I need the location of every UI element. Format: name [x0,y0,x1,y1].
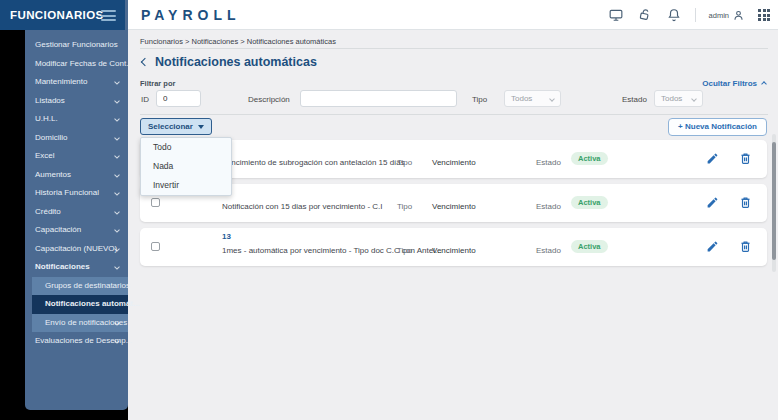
chevron-down-icon [691,96,697,102]
sidebar-item-listados[interactable]: Listados [25,92,128,111]
chevron-down-icon [549,96,555,102]
menu-item-nada[interactable]: Nada [141,157,231,176]
filter-section-label: Filtrar por [140,79,175,88]
chevron-down-icon [114,227,120,233]
estado-filter-select[interactable]: Todos [654,90,703,107]
edit-icon[interactable] [706,152,719,165]
status-badge: Activa [571,152,608,165]
user-icon [732,9,745,22]
chevron-down-icon [114,135,120,141]
row-estado-label: Estado [536,202,561,211]
notification-row: 14 Notificación con 15 dias por vencimie… [140,184,767,222]
chevron-down-icon [114,79,120,85]
row-tipo-value: Vencimiento [432,202,476,211]
id-filter-label: ID [141,95,149,104]
sidebar-item-capacitacion-nuevo[interactable]: Capacitación (NUEVO) [25,240,128,259]
chevron-down-icon [114,172,120,178]
row-estado-label: Estado [536,246,561,255]
row-checkbox[interactable] [151,198,160,207]
sidebar-item-grupos-destinatarios[interactable]: Grupos de destinatarios [32,277,128,296]
sidebar-header: FUNCIONARIOS [0,0,125,30]
delete-icon[interactable] [739,152,752,165]
menu-item-invertir[interactable]: Invertir [141,176,231,195]
sidebar-item-envio-notificaciones[interactable]: Envío de notificaciones [32,314,128,333]
sidebar-item-gestionar-funcionarios[interactable]: Gestionar Funcionarios [25,36,128,55]
sidebar-item-modificar-fechas[interactable]: Modificar Fechas de Cont... [25,55,128,74]
new-notification-button[interactable]: + Nueva Notificación [668,118,767,136]
chevron-down-icon [114,153,120,159]
estado-filter-label: Estado [622,95,647,104]
sidebar-item-notificaciones[interactable]: Notificaciones [25,258,128,277]
id-filter-input[interactable] [156,90,201,107]
breadcrumb[interactable]: Funcionarios > Notificaciones > Notifica… [140,37,336,46]
delete-icon[interactable] [739,196,752,209]
chevron-down-icon [114,98,120,104]
unlock-icon[interactable] [637,7,653,23]
row-tipo-value: Vencimiento [432,246,476,255]
sidebar-item-capacitacion[interactable]: Capacitación [25,221,128,240]
breadcrumb-divider [140,48,768,49]
scrollbar-thumb[interactable] [772,142,776,260]
row-tipo-value: Vencimiento [432,158,476,167]
chevron-down-icon [114,116,120,122]
chevron-up-icon [761,81,767,87]
top-bar: PAYROLL admin [128,0,778,30]
monitor-icon[interactable] [608,7,624,23]
row-id: 13 [222,232,231,241]
apps-grid-icon[interactable] [758,9,770,21]
filter-divider [140,114,768,115]
sidebar-item-uhl[interactable]: U.H.L. [25,110,128,129]
sidebar-item-credito[interactable]: Crédito [25,203,128,222]
menu-item-todo[interactable]: Todo [141,138,231,157]
sidebar-item-mantenimiento[interactable]: Mantenimiento [25,73,128,92]
bell-icon[interactable] [666,7,682,23]
tipo-filter-select[interactable]: Todos [504,90,561,107]
sidebar-item-historia-funcional[interactable]: Historia Funcional [25,184,128,203]
status-badge: Activa [571,240,608,253]
user-menu[interactable]: admin [709,9,745,22]
row-checkbox[interactable] [151,242,160,251]
notification-row: 15 Vencimiento de subrogación con antela… [140,140,767,178]
back-icon[interactable] [141,58,149,66]
sidebar-item-excel[interactable]: Excel [25,147,128,166]
hamburger-menu-icon[interactable] [101,10,116,21]
select-dropdown-menu: Todo Nada Invertir [140,137,232,196]
row-description: Vencimiento de subrogación con antelació… [222,158,405,167]
sidebar-item-notificaciones-automaticas[interactable]: Notificaciones automát... [32,295,128,314]
sidebar: Gestionar Funcionarios Modificar Fechas … [25,0,128,410]
status-badge: Activa [571,196,608,209]
sidebar-item-domicilio[interactable]: Domicilio [25,129,128,148]
chevron-down-icon [114,264,120,270]
edit-icon[interactable] [706,196,719,209]
notification-row: 13 1mes - automática por vencimiento - T… [140,228,767,266]
app-window: Gestionar Funcionarios Modificar Fechas … [0,0,778,420]
row-tipo-label: Tipo [397,246,412,255]
row-estado-label: Estado [536,158,561,167]
row-description: Notificación con 15 dias por vencimiento… [222,202,383,211]
sidebar-item-evaluaciones-desempeno[interactable]: Evaluaciones de Desemp... [25,332,128,351]
desc-filter-label: Descripción [248,95,290,104]
sidebar-title: FUNCIONARIOS [10,9,104,21]
delete-icon[interactable] [739,240,752,253]
desc-filter-input[interactable] [300,90,457,107]
caret-down-icon [198,125,204,129]
chevron-down-icon [114,209,120,215]
row-tipo-label: Tipo [397,202,412,211]
chevron-down-icon [114,190,120,196]
row-tipo-label: Tipo [397,158,412,167]
sidebar-item-aumentos[interactable]: Aumentos [25,166,128,185]
page-title: Notificaciones automáticas [155,55,317,69]
app-logo: PAYROLL [141,7,241,23]
chevron-down-icon [114,246,120,252]
topbar-divider [695,8,696,22]
tipo-filter-label: Tipo [472,95,487,104]
select-dropdown-button[interactable]: Seleccionar [140,118,212,135]
edit-icon[interactable] [706,240,719,253]
hide-filters-link[interactable]: Ocultar Filtros [702,79,766,88]
username-label: admin [709,11,729,20]
